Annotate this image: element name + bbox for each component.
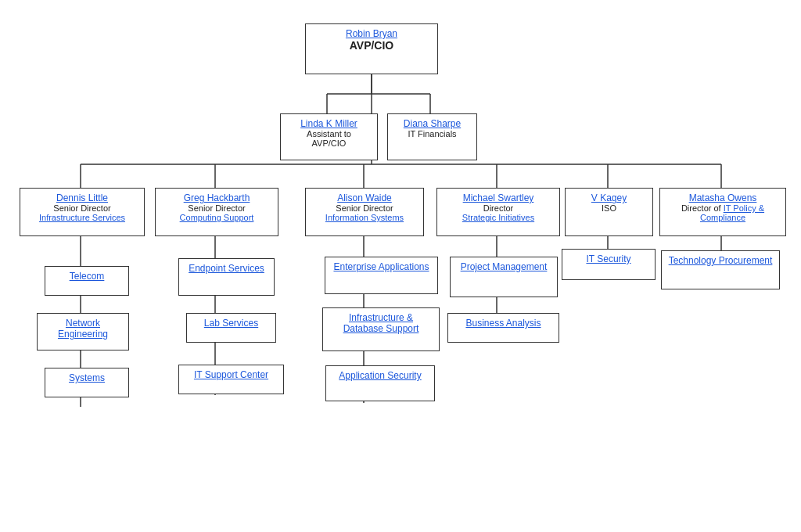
linda-name[interactable]: Linda K Miller	[287, 118, 371, 129]
enterprise-name[interactable]: Enterprise Applications	[332, 261, 431, 272]
alison-line1: Senior Director	[312, 203, 417, 213]
node-linda: Linda K Miller Assistant to AVP/CIO	[280, 113, 378, 160]
matasha-name[interactable]: Matasha Owens	[666, 192, 779, 203]
diana-name[interactable]: Diana Sharpe	[394, 118, 470, 129]
project-name[interactable]: Project Management	[457, 261, 551, 272]
node-project: Project Management	[450, 257, 558, 297]
node-matasha: Matasha Owens Director of IT Policy & Co…	[659, 188, 786, 236]
vkagey-name[interactable]: V Kagey	[572, 192, 646, 203]
node-bizanalysis: Business Analysis	[447, 313, 559, 343]
node-vkagey: V Kagey ISO	[565, 188, 653, 236]
node-dennis: Dennis Little Senior Director Infrastruc…	[20, 188, 145, 236]
bizanalysis-name[interactable]: Business Analysis	[454, 318, 552, 329]
node-infra: Infrastructure & Database Support	[322, 307, 440, 351]
node-telecom: Telecom	[45, 266, 129, 296]
node-itsecurity: IT Security	[562, 249, 656, 280]
node-alison: Alison Waide Senior Director Information…	[305, 188, 424, 236]
dennis-line2[interactable]: Infrastructure Services	[27, 213, 138, 222]
node-diana: Diana Sharpe IT Financials	[387, 113, 477, 160]
node-systems: Systems	[45, 368, 129, 397]
michael-name[interactable]: Michael Swartley	[444, 192, 553, 203]
appsec-name[interactable]: Application Security	[332, 370, 428, 381]
linda-line1: Assistant to	[287, 129, 371, 138]
node-greg: Greg Hackbarth Senior Director Computing…	[155, 188, 278, 236]
dennis-name[interactable]: Dennis Little	[27, 192, 138, 203]
node-michael: Michael Swartley Director Strategic Init…	[436, 188, 560, 236]
matasha-link[interactable]: IT Policy & Compliance	[700, 203, 764, 222]
node-robin: Robin Bryan AVP/CIO	[305, 23, 438, 74]
node-techprocure: Technology Procurement	[661, 250, 780, 289]
alison-line2[interactable]: Information Systems	[312, 213, 417, 222]
michael-line1: Director	[444, 203, 553, 213]
node-enterprise: Enterprise Applications	[325, 257, 438, 294]
telecom-name[interactable]: Telecom	[52, 271, 122, 282]
node-network: Network Engineering	[37, 313, 129, 350]
diana-line1: IT Financials	[394, 129, 470, 138]
systems-name[interactable]: Systems	[52, 372, 122, 383]
linda-line2: AVP/CIO	[287, 138, 371, 148]
node-itsupport: IT Support Center	[178, 365, 284, 394]
greg-name[interactable]: Greg Hackbarth	[162, 192, 271, 203]
org-chart: Robin Bryan AVP/CIO Linda K Miller Assis…	[0, 0, 801, 532]
dennis-line1: Senior Director	[27, 203, 138, 213]
endpoint-name[interactable]: Endpoint Services	[185, 263, 268, 274]
node-appsec: Application Security	[325, 365, 435, 401]
michael-line2[interactable]: Strategic Initiatives	[444, 213, 553, 222]
lab-name[interactable]: Lab Services	[193, 318, 269, 329]
greg-line1: Senior Director	[162, 203, 271, 213]
itsupport-name[interactable]: IT Support Center	[185, 369, 277, 380]
network-name[interactable]: Network Engineering	[44, 318, 122, 340]
robin-title: AVP/CIO	[312, 39, 431, 52]
alison-name[interactable]: Alison Waide	[312, 192, 417, 203]
robin-name[interactable]: Robin Bryan	[312, 28, 431, 39]
techprocure-name[interactable]: Technology Procurement	[668, 255, 773, 266]
vkagey-line1: ISO	[572, 203, 646, 213]
itsecurity-name[interactable]: IT Security	[569, 253, 648, 264]
matasha-line1: Director of IT Policy & Compliance	[666, 203, 779, 222]
node-endpoint: Endpoint Services	[178, 258, 275, 296]
infra-name[interactable]: Infrastructure & Database Support	[329, 312, 433, 334]
node-lab: Lab Services	[186, 313, 276, 343]
greg-line2[interactable]: Computing Support	[162, 213, 271, 222]
